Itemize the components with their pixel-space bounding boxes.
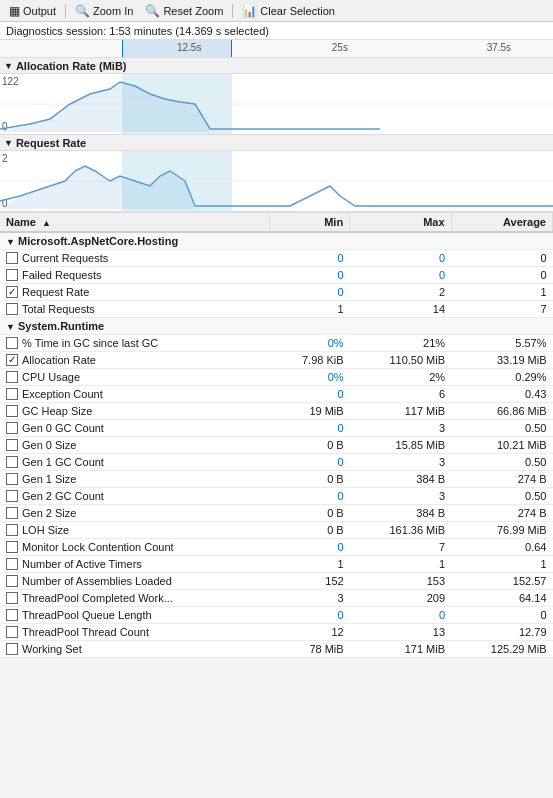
row-max: 384 B bbox=[350, 505, 451, 522]
output-icon: ▦ bbox=[9, 4, 20, 18]
row-max: 3 bbox=[350, 454, 451, 471]
row-max: 384 B bbox=[350, 471, 451, 488]
table-row: Failed Requests 0 0 0 bbox=[0, 267, 553, 284]
request-rate-area[interactable]: 2 0 bbox=[0, 151, 553, 211]
row-checkbox[interactable] bbox=[6, 286, 18, 298]
row-checkbox[interactable] bbox=[6, 558, 18, 570]
row-min: 0 bbox=[269, 284, 349, 301]
row-label: Total Requests bbox=[22, 303, 95, 315]
group-label: Microsoft.AspNetCore.Hosting bbox=[18, 235, 178, 247]
checkbox-cell: Number of Assemblies Loaded bbox=[6, 575, 263, 587]
checkbox-cell: Gen 1 Size bbox=[6, 473, 263, 485]
data-table-container: Name ▲ Min Max Average ▼ Microsoft.AspNe… bbox=[0, 213, 553, 658]
row-name-cell: % Time in GC since last GC bbox=[0, 335, 269, 352]
clear-selection-button[interactable]: 📊 Clear Selection bbox=[237, 3, 340, 19]
row-avg: 0.50 bbox=[451, 454, 552, 471]
row-checkbox[interactable] bbox=[6, 456, 18, 468]
row-checkbox[interactable] bbox=[6, 626, 18, 638]
row-checkbox[interactable] bbox=[6, 507, 18, 519]
group-collapse-icon[interactable]: ▼ bbox=[6, 237, 15, 247]
row-checkbox[interactable] bbox=[6, 575, 18, 587]
row-label: Gen 0 GC Count bbox=[22, 422, 104, 434]
table-header-row: Name ▲ Min Max Average bbox=[0, 213, 553, 232]
session-text: Diagnostics session: 1:53 minutes (14.36… bbox=[6, 25, 269, 37]
row-avg: 1 bbox=[451, 556, 552, 573]
group-name[interactable]: ▼ Microsoft.AspNetCore.Hosting bbox=[0, 232, 553, 250]
row-checkbox[interactable] bbox=[6, 473, 18, 485]
row-max: 7 bbox=[350, 539, 451, 556]
row-avg: 152.57 bbox=[451, 573, 552, 590]
table-row: Gen 2 GC Count 0 3 0.50 bbox=[0, 488, 553, 505]
row-checkbox[interactable] bbox=[6, 405, 18, 417]
ruler-mark-1: 12.5s bbox=[177, 42, 201, 53]
row-checkbox[interactable] bbox=[6, 337, 18, 349]
collapse-allocation-icon[interactable]: ▼ bbox=[4, 61, 13, 71]
table-row: Gen 1 Size 0 B 384 B 274 B bbox=[0, 471, 553, 488]
col-name[interactable]: Name ▲ bbox=[0, 213, 269, 232]
table-row: Gen 0 GC Count 0 3 0.50 bbox=[0, 420, 553, 437]
row-checkbox[interactable] bbox=[6, 592, 18, 604]
row-label: Current Requests bbox=[22, 252, 108, 264]
row-min: 0 B bbox=[269, 471, 349, 488]
collapse-request-icon[interactable]: ▼ bbox=[4, 138, 13, 148]
row-name-cell: Number of Assemblies Loaded bbox=[0, 573, 269, 590]
timeline-ruler[interactable]: 12.5s 25s 37.5s bbox=[0, 40, 553, 58]
row-name-cell: Number of Active Timers bbox=[0, 556, 269, 573]
row-checkbox[interactable] bbox=[6, 422, 18, 434]
row-name-cell: Gen 2 Size bbox=[0, 505, 269, 522]
row-avg: 0.43 bbox=[451, 386, 552, 403]
reset-zoom-label: Reset Zoom bbox=[163, 5, 223, 17]
checkbox-cell: Gen 2 GC Count bbox=[6, 490, 263, 502]
row-min: 0 bbox=[269, 488, 349, 505]
row-name-cell: ThreadPool Completed Work... bbox=[0, 590, 269, 607]
table-row: Working Set 78 MiB 171 MiB 125.29 MiB bbox=[0, 641, 553, 658]
output-button[interactable]: ▦ Output bbox=[4, 3, 61, 19]
row-label: Gen 2 Size bbox=[22, 507, 76, 519]
row-checkbox[interactable] bbox=[6, 541, 18, 553]
row-min: 0% bbox=[269, 335, 349, 352]
row-min: 1 bbox=[269, 556, 349, 573]
row-name-cell: Exception Count bbox=[0, 386, 269, 403]
table-row: CPU Usage 0% 2% 0.29% bbox=[0, 369, 553, 386]
row-min: 152 bbox=[269, 573, 349, 590]
row-label: ThreadPool Thread Count bbox=[22, 626, 149, 638]
group-collapse-icon[interactable]: ▼ bbox=[6, 322, 15, 332]
request-rate-title: ▼ Request Rate bbox=[0, 135, 553, 151]
row-name-cell: Gen 0 Size bbox=[0, 437, 269, 454]
row-checkbox[interactable] bbox=[6, 643, 18, 655]
checkbox-cell: Failed Requests bbox=[6, 269, 263, 281]
row-max: 171 MiB bbox=[350, 641, 451, 658]
output-label: Output bbox=[23, 5, 56, 17]
row-checkbox[interactable] bbox=[6, 269, 18, 281]
row-avg: 0 bbox=[451, 250, 552, 267]
row-max: 3 bbox=[350, 488, 451, 505]
row-checkbox[interactable] bbox=[6, 524, 18, 536]
reset-zoom-button[interactable]: 🔍 Reset Zoom bbox=[140, 3, 228, 19]
toolbar: ▦ Output 🔍 Zoom In 🔍 Reset Zoom 📊 Clear … bbox=[0, 0, 553, 22]
svg-marker-3 bbox=[0, 166, 553, 209]
allocation-rate-area[interactable]: 122 0 bbox=[0, 74, 553, 134]
group-name[interactable]: ▼ System.Runtime bbox=[0, 318, 553, 335]
row-checkbox[interactable] bbox=[6, 439, 18, 451]
group-header-row: ▼ Microsoft.AspNetCore.Hosting bbox=[0, 232, 553, 250]
row-checkbox[interactable] bbox=[6, 490, 18, 502]
row-avg: 0 bbox=[451, 267, 552, 284]
row-label: ThreadPool Completed Work... bbox=[22, 592, 173, 604]
checkbox-cell: LOH Size bbox=[6, 524, 263, 536]
row-checkbox[interactable] bbox=[6, 609, 18, 621]
row-label: Gen 0 Size bbox=[22, 439, 76, 451]
zoom-in-button[interactable]: 🔍 Zoom In bbox=[70, 3, 138, 19]
row-max: 21% bbox=[350, 335, 451, 352]
table-row: ThreadPool Queue Length 0 0 0 bbox=[0, 607, 553, 624]
allocation-chart-svg bbox=[0, 74, 553, 134]
row-max: 2% bbox=[350, 369, 451, 386]
row-max: 0 bbox=[350, 267, 451, 284]
row-checkbox[interactable] bbox=[6, 388, 18, 400]
row-checkbox[interactable] bbox=[6, 303, 18, 315]
row-checkbox[interactable] bbox=[6, 252, 18, 264]
row-checkbox[interactable] bbox=[6, 371, 18, 383]
row-name-cell: Total Requests bbox=[0, 301, 269, 318]
row-min: 0 bbox=[269, 250, 349, 267]
row-checkbox[interactable] bbox=[6, 354, 18, 366]
table-row: Gen 1 GC Count 0 3 0.50 bbox=[0, 454, 553, 471]
